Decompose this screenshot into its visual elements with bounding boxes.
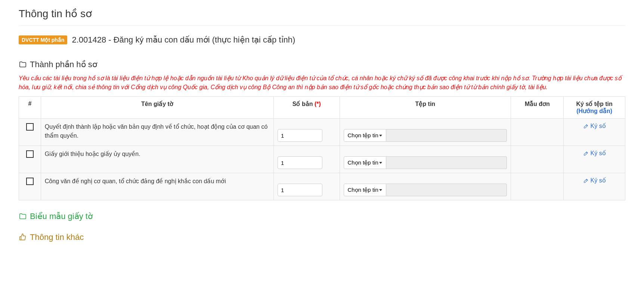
- file-chooser: Chọn tệp tin: [344, 184, 507, 196]
- col-header-qty: Số bản (*): [274, 97, 340, 119]
- quantity-input[interactable]: [278, 184, 322, 196]
- sign-button[interactable]: Ký số: [567, 150, 621, 157]
- quantity-input[interactable]: [278, 156, 322, 169]
- table-row: Công văn đề nghị cơ quan, tổ chức đảng đ…: [19, 173, 625, 200]
- file-chooser: Chọn tệp tin: [344, 129, 507, 142]
- choose-file-label: Chọn tệp tin: [348, 187, 378, 193]
- row-checkbox[interactable]: [26, 123, 34, 131]
- chevron-down-icon: [379, 189, 382, 191]
- col-header-qty-prefix: Số bản: [292, 101, 315, 107]
- edit-icon: [583, 150, 589, 156]
- col-header-file: Tệp tin: [340, 97, 511, 119]
- section-templates-label: Biểu mẫu giấy tờ: [30, 212, 93, 221]
- sign-label: Ký số: [591, 122, 606, 129]
- template-cell: [511, 146, 564, 173]
- sign-button[interactable]: Ký số: [567, 177, 621, 184]
- choose-file-button[interactable]: Chọn tệp tin: [344, 129, 386, 142]
- row-checkbox[interactable]: [26, 150, 34, 158]
- row-checkbox[interactable]: [26, 178, 34, 185]
- service-name: 2.001428 - Đăng ký mẫu con dấu mới (thực…: [72, 35, 295, 45]
- folder-icon: [19, 60, 27, 69]
- template-cell: [511, 119, 564, 146]
- col-header-name: Tên giấy tờ: [41, 97, 273, 119]
- choose-file-button[interactable]: Chọn tệp tin: [344, 184, 386, 196]
- choose-file-label: Chọn tệp tin: [348, 159, 378, 166]
- section-other-title[interactable]: Thông tin khác: [19, 232, 625, 242]
- template-cell: [511, 173, 564, 200]
- sign-label: Ký số: [591, 177, 606, 184]
- thumbs-up-icon: [19, 233, 27, 241]
- warning-text: Yêu cầu các tài liệu trong hồ sơ là tài …: [19, 74, 625, 92]
- section-other-label: Thông tin khác: [30, 232, 84, 242]
- document-name: Quyết định thành lập hoặc văn bản quy đị…: [41, 119, 273, 146]
- edit-icon: [583, 123, 589, 129]
- document-name: Công văn đề nghị cơ quan, tổ chức đảng đ…: [41, 173, 273, 200]
- table-row: Giấy giới thiệu hoặc giấy ủy quyền. Chọn…: [19, 146, 625, 173]
- document-name: Giấy giới thiệu hoặc giấy ủy quyền.: [41, 146, 273, 173]
- quantity-input[interactable]: [278, 129, 322, 142]
- service-row: DVCTT Một phần 2.001428 - Đăng ký mẫu co…: [19, 35, 625, 45]
- sign-label: Ký số: [591, 150, 606, 157]
- required-star: (*): [315, 101, 321, 107]
- folder-icon: [19, 212, 27, 221]
- documents-table: # Tên giấy tờ Số bản (*) Tệp tin Mẫu đơn…: [19, 96, 625, 200]
- file-chooser: Chọn tệp tin: [344, 156, 507, 169]
- col-header-sign: Ký số tệp tin (Hướng dẫn): [564, 97, 625, 119]
- chevron-down-icon: [379, 162, 382, 164]
- file-slot: [386, 156, 507, 169]
- col-header-sign-text: Ký số tệp tin: [567, 100, 621, 107]
- section-components-label: Thành phần hồ sơ: [30, 60, 97, 69]
- file-slot: [386, 129, 507, 142]
- edit-icon: [583, 178, 589, 184]
- choose-file-label: Chọn tệp tin: [348, 132, 378, 139]
- page-title: Thông tin hồ sơ: [19, 7, 625, 26]
- badge-dvctt: DVCTT Một phần: [19, 35, 67, 44]
- col-header-template: Mẫu đơn: [511, 97, 564, 119]
- chevron-down-icon: [379, 135, 382, 137]
- table-row: Quyết định thành lập hoặc văn bản quy đị…: [19, 119, 625, 146]
- choose-file-button[interactable]: Chọn tệp tin: [344, 156, 386, 169]
- file-slot: [386, 184, 507, 196]
- col-header-check: #: [19, 97, 41, 119]
- section-templates-title[interactable]: Biểu mẫu giấy tờ: [19, 212, 625, 221]
- sign-button[interactable]: Ký số: [567, 122, 621, 129]
- guide-link[interactable]: (Hướng dẫn): [567, 107, 621, 115]
- section-components-title: Thành phần hồ sơ: [19, 60, 625, 69]
